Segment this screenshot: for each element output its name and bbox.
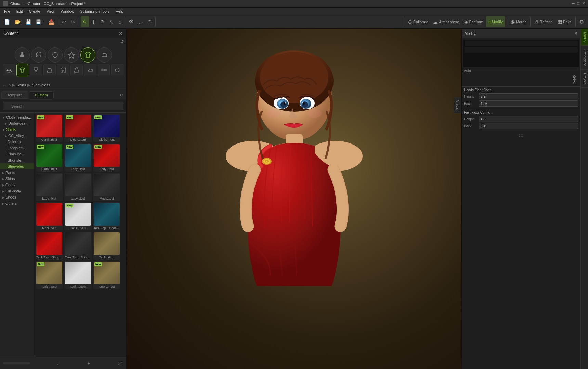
tree-plain-basic[interactable]: Plain Ba... [0,151,34,157]
grid-item-lady3[interactable]: Lady...tcut [36,173,63,201]
skirt-icon-btn[interactable] [43,64,56,76]
grid-item-cami[interactable]: New Cami...rtcut [36,114,63,142]
menu-window[interactable]: Window [58,9,77,14]
morph-btn[interactable]: ◉ Morph [509,16,528,27]
tree-cc-alley[interactable]: ▶ CC_Alley... [0,133,34,139]
close-btn[interactable]: ✕ [582,1,585,6]
gloves-icon-btn[interactable] [111,64,123,76]
vtab-project[interactable]: Project [581,70,588,87]
grid-item-medi1[interactable]: Medi...tcut [93,173,120,201]
rotate-btn[interactable]: ⟳ [99,16,107,27]
grid-item-tank5[interactable]: New Tank-...rtcut [36,261,63,289]
clothing-icon-btn[interactable] [80,47,95,63]
belt-icon-btn[interactable] [98,64,110,76]
grid-item-cloth2[interactable]: New Cloth...rtcut [93,114,120,142]
grid-item-tank3[interactable]: Tank Top... Shortcut [64,232,92,260]
grid-item-cloth3[interactable]: New Cloth...rtcut [36,144,63,172]
tree-underwear[interactable]: ▶ Underwea... [0,120,34,126]
tree-coats[interactable]: ▶ Coats [0,182,34,188]
menu-create[interactable]: Create [26,9,43,14]
vtab-modify[interactable]: Modify [581,29,588,46]
settings-toolbar-btn[interactable]: ⚙ [577,16,586,27]
visual-side-tab[interactable]: Visual [454,97,461,113]
tree-shoes[interactable]: ▶ Shoes [0,194,34,200]
tab-custom[interactable]: Custom [29,91,54,99]
shoes-icon-btn[interactable] [84,64,96,76]
move-btn[interactable]: ✛ [90,16,98,27]
vtab-preference[interactable]: Preference [581,46,588,70]
grid-item-medi2[interactable]: Medi...tcut [36,202,63,230]
jacket-icon-btn[interactable] [57,64,69,76]
atmosphere-btn[interactable]: ☁ Atmosphere [431,16,461,27]
tab-template[interactable]: Template [1,91,28,99]
open-btn[interactable]: 📂 [13,16,23,27]
grid-item-lady4[interactable]: Lady...tcut [64,173,92,201]
back-input2[interactable] [479,123,578,129]
redo-btn[interactable]: ↪ [69,16,77,27]
breadcrumb-shirts[interactable]: Shirts [16,83,26,87]
menu-submission-tools[interactable]: Submission Tools [78,9,112,14]
height-input1[interactable] [479,93,578,99]
tree-shirts[interactable]: ▼ Shirts [0,126,34,133]
grid-item-lady2[interactable]: New Lady...tcut [93,144,120,172]
modify-btn[interactable]: ≡ Modify [486,16,505,27]
grid-item-tank7[interactable]: New Tank-...rtcut [93,261,120,289]
accessory-icon-btn[interactable] [97,47,112,63]
add-btn[interactable]: + [86,359,91,367]
scroll-bar[interactable] [3,362,30,364]
menu-edit[interactable]: Edit [14,9,26,14]
content-close-btn[interactable]: ✕ [119,31,123,36]
grid-item-tank4[interactable]: Tank...rtcut [93,232,120,260]
home-btn[interactable]: ⌂ [116,16,123,27]
menu-file[interactable]: File [1,9,13,14]
body-icon-btn[interactable] [15,47,30,63]
undo-btn[interactable]: ↩ [60,16,68,27]
dress-icon-btn[interactable] [70,64,83,76]
scale-btn[interactable]: ⤡ [107,16,116,27]
scroll-down-btn[interactable]: ↓ [55,359,61,367]
tree-longsleeve[interactable]: Longslee... [0,145,34,151]
grid-item-tank-top-shortcut[interactable]: Tank Top... Shortcut [93,202,120,230]
tree-delerna[interactable]: Delerna [0,139,34,145]
grid-item-lady1[interactable]: New Lady...tcut [64,144,92,172]
breadcrumb-back[interactable]: ← [3,83,7,87]
grid-item-tank6[interactable]: Tank-...rtcut [64,261,92,289]
tree-skirts[interactable]: ▶ Skirts [0,176,34,182]
view3-btn[interactable]: ◠ [145,16,154,27]
view2-btn[interactable]: ◡ [136,16,145,27]
modify-close-btn[interactable]: ✕ [574,31,578,36]
transfer-btn[interactable]: ⇄ [117,359,123,367]
back-input1[interactable] [479,100,578,107]
search-input[interactable] [3,102,123,110]
import-btn[interactable]: 📥 [46,16,56,27]
shirt-icon-btn[interactable] [16,64,29,76]
content-refresh-btn[interactable]: ↺ [120,39,124,44]
pants-icon-btn[interactable] [30,64,42,76]
breadcrumb-home[interactable]: ⌂ [8,83,11,87]
hat-icon-btn[interactable] [3,64,15,76]
maximize-btn[interactable]: □ [577,1,579,6]
bake-btn[interactable]: ▦ Bake [556,16,574,27]
grid-item-cloth1[interactable]: New Cloth...rtcut [64,114,92,142]
calibrate-btn[interactable]: ⊕ Calibrate [406,16,430,27]
viewport[interactable]: Visual [127,29,461,369]
menu-help[interactable]: Help [113,9,126,14]
save-as-btn[interactable]: 💾+ [34,16,45,27]
height-input2[interactable] [479,116,578,122]
tree-sleeveless[interactable]: Sleeveles [0,163,34,169]
refresh-btn[interactable]: ↺ Refresh [532,16,555,27]
eye-btn[interactable]: 👁 [127,16,136,27]
shape-icon-btn[interactable] [64,47,79,63]
menu-view[interactable]: View [44,9,57,14]
tree-shortsleve[interactable]: Shortsle... [0,157,34,163]
save-btn[interactable]: 💾 [23,16,33,27]
tree-pants[interactable]: ▶ Pants [0,169,34,176]
minimize-btn[interactable]: ─ [572,1,575,6]
select-btn[interactable]: ↖ [81,16,89,27]
tree-cloth-template[interactable]: ▼ Cloth Templa... [0,114,34,120]
tree-fullbody[interactable]: ▶ Full-body [0,188,34,194]
tab-settings-btn[interactable]: ⊙ [119,91,125,99]
grid-item-tank2[interactable]: Tank Top... Shortcut [36,232,63,260]
grid-item-tank1[interactable]: New Tank...rtcut [64,202,92,230]
conform-btn[interactable]: ◈ Conform [462,16,485,27]
